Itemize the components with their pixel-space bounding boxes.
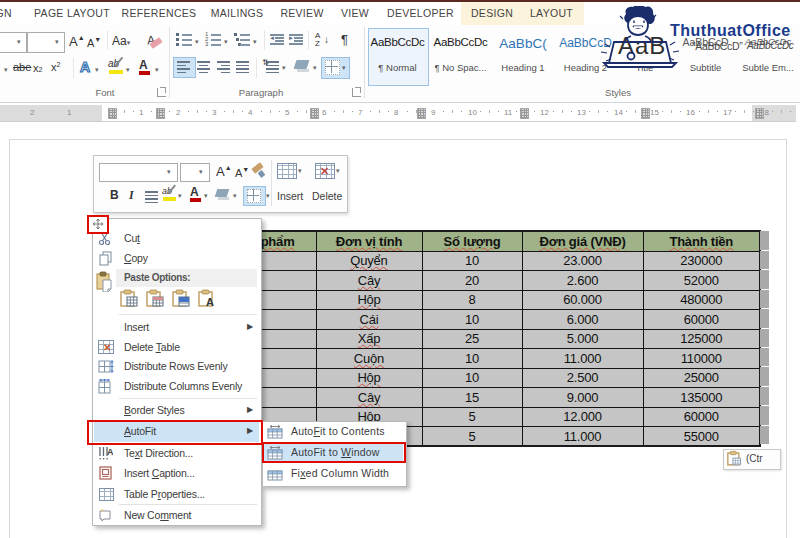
svg-text:A: A — [206, 296, 214, 308]
svg-text:A: A — [107, 447, 113, 457]
